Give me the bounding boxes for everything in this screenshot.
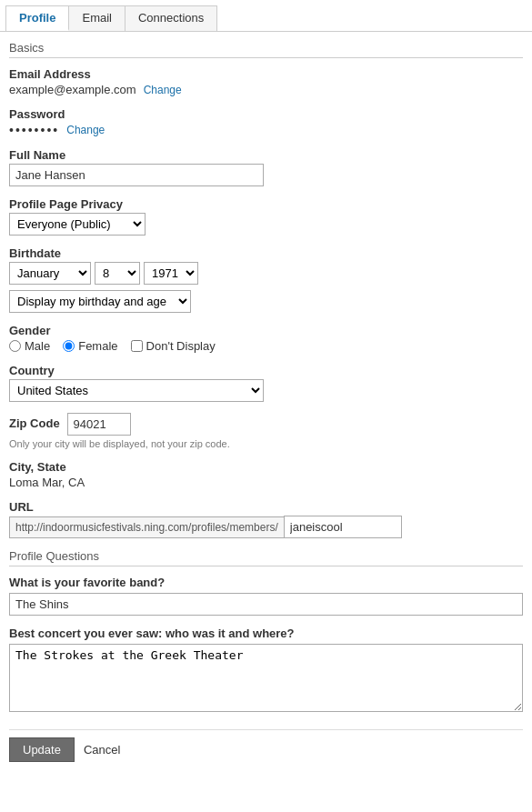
country-select[interactable]: United States [9, 379, 264, 402]
gender-field-group: Gender Male Female Don't Display [9, 324, 523, 353]
birthdate-row: January 8 1971 [9, 262, 523, 285]
gender-dont-option: Don't Display [131, 339, 216, 353]
change-email-link[interactable]: Change [144, 84, 182, 96]
privacy-field-group: Profile Page Privacy Everyone (Public) [9, 197, 523, 236]
birth-month-select[interactable]: January [9, 262, 91, 285]
zip-note: Only your city will be displayed, not yo… [9, 438, 523, 449]
question-1-group: What is your favorite band? [9, 576, 523, 616]
fullname-field-group: Full Name [9, 148, 523, 186]
fullname-input[interactable] [9, 164, 264, 186]
birthdate-field-group: Birthdate January 8 1971 Display my birt… [9, 246, 523, 313]
email-label: Email Address [9, 67, 523, 81]
birthdate-label: Birthdate [9, 246, 523, 260]
gender-row: Male Female Don't Display [9, 339, 523, 353]
birthdate-display-row: Display my birthday and age [9, 290, 523, 313]
change-password-link[interactable]: Change [66, 124, 105, 136]
gender-dont-label: Don't Display [146, 339, 216, 353]
question-2-group: Best concert you ever saw: who was it an… [9, 627, 523, 715]
birth-year-select[interactable]: 1971 [144, 262, 198, 285]
city-state-field-group: City, State Loma Mar, CA [9, 460, 523, 489]
email-field-group: Email Address example@example.com Change [9, 67, 523, 96]
city-state-label: City, State [9, 460, 523, 474]
gender-female-label: Female [78, 339, 117, 353]
tab-profile[interactable]: Profile [6, 6, 69, 31]
question-2-textarea[interactable] [9, 644, 523, 712]
url-prefix: http://indoormusicfestivals.ning.com/pro… [9, 516, 284, 538]
gender-female-radio[interactable] [63, 340, 75, 352]
gender-female-option: Female [63, 339, 117, 353]
email-value: example@example.com [9, 83, 136, 96]
password-label: Password [9, 107, 523, 121]
tab-connections[interactable]: Connections [125, 6, 216, 31]
country-field-group: Country United States [9, 364, 523, 402]
birth-day-select[interactable]: 8 [95, 262, 140, 285]
gender-male-option: Male [9, 339, 50, 353]
gender-male-label: Male [25, 339, 50, 353]
password-field-group: Password •••••••• Change [9, 107, 523, 137]
cancel-link[interactable]: Cancel [84, 743, 120, 757]
gender-dont-checkbox[interactable] [131, 340, 143, 352]
url-row: http://indoormusicfestivals.ning.com/pro… [9, 516, 523, 538]
question-2-label: Best concert you ever saw: who was it an… [9, 627, 523, 640]
gender-label: Gender [9, 324, 523, 337]
zipcode-input[interactable] [67, 413, 131, 436]
tabs-container: Profile Email Connections [5, 5, 217, 31]
questions-section-header: Profile Questions [9, 549, 523, 566]
password-dots: •••••••• [9, 123, 59, 137]
birth-display-select[interactable]: Display my birthday and age [9, 290, 191, 313]
update-button[interactable]: Update [9, 737, 75, 762]
basics-section-header: Basics [9, 41, 523, 58]
gender-male-radio[interactable] [9, 340, 21, 352]
city-state-value: Loma Mar, CA [9, 476, 523, 489]
url-label: URL [9, 500, 523, 514]
url-suffix-input[interactable] [284, 516, 402, 538]
url-field-group: URL http://indoormusicfestivals.ning.com… [9, 500, 523, 538]
main-content: Basics Email Address example@example.com… [0, 32, 532, 780]
zipcode-row: Zip Code [9, 413, 523, 436]
country-label: Country [9, 364, 523, 377]
privacy-select[interactable]: Everyone (Public) [9, 213, 146, 236]
privacy-label: Profile Page Privacy [9, 197, 523, 211]
button-row: Update Cancel [9, 729, 523, 762]
question-1-label: What is your favorite band? [9, 576, 523, 589]
fullname-label: Full Name [9, 148, 523, 162]
tab-email[interactable]: Email [69, 6, 125, 31]
zipcode-field-group: Zip Code Only your city will be displaye… [9, 413, 523, 449]
question-1-input[interactable] [9, 593, 523, 616]
zipcode-label: Zip Code [9, 416, 60, 430]
